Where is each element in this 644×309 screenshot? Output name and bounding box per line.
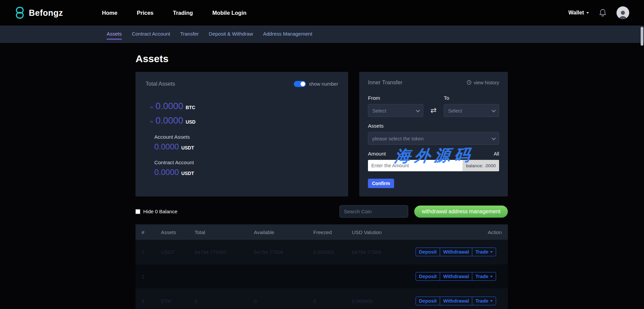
brand-name: Befongz — [29, 8, 63, 18]
search-coin-input[interactable] — [339, 205, 408, 218]
assets-table: # Assets Total Available Freezed USD Val… — [136, 224, 508, 309]
to-select[interactable]: Select — [444, 104, 499, 117]
cell-usd: 0.000000 — [352, 298, 416, 304]
trade-label: Trade — [475, 298, 488, 304]
to-label: To — [444, 95, 499, 101]
token-select[interactable]: please select the token — [368, 132, 499, 145]
user-avatar[interactable] — [616, 6, 629, 19]
confirm-button[interactable]: Confirm — [368, 179, 394, 188]
subnav-item-contract-account[interactable]: Contract Account — [132, 29, 170, 40]
chevron-down-icon — [416, 108, 420, 112]
brand[interactable]: Befongz — [15, 6, 63, 19]
to-select-placeholder: Select — [448, 108, 462, 114]
col-index: # — [142, 229, 161, 235]
cell-freezed: 0 — [313, 298, 352, 304]
trade-dropdown-button[interactable]: Trade — [472, 272, 496, 281]
deposit-button[interactable]: Deposit — [416, 272, 440, 281]
amount-label: Amount — [368, 151, 386, 157]
subnav-item-transfer[interactable]: Transfer — [180, 29, 199, 40]
account-assets-unit: USDT — [181, 145, 194, 150]
balance-chip: balance: .0000 — [463, 160, 499, 171]
col-action: Action — [416, 229, 508, 235]
assets-subnav: Assets Contract Account Transfer Deposit… — [0, 26, 644, 43]
total-assets-panel: Total Assets show number ≈ 0.0000 BTC ≈ … — [136, 72, 348, 196]
cell-asset: ETH — [161, 298, 195, 304]
from-label: From — [368, 95, 423, 101]
brand-logo-icon — [15, 6, 25, 19]
subnav-item-assets[interactable]: Assets — [107, 29, 122, 40]
table-row: 1 USDT 64794.775062 64794.77506 0.000002… — [136, 240, 508, 264]
nav-item-trading[interactable]: Trading — [173, 10, 193, 16]
contract-account-unit: USDT — [181, 171, 194, 176]
show-number-label: show number — [309, 81, 338, 87]
chevron-down-icon — [586, 12, 589, 14]
approx-sign: ≈ — [150, 119, 153, 125]
scrollbar-thumb[interactable] — [641, 27, 643, 46]
deposit-button[interactable]: Deposit — [416, 248, 440, 256]
btc-total-value: 0.0000 — [156, 101, 183, 112]
main-nav: Home Prices Trading Mobile Login — [102, 10, 247, 16]
withdrawal-button[interactable]: Withdrawal — [440, 297, 472, 305]
main-content: Assets Total Assets show number ≈ 0.0000… — [0, 53, 644, 309]
top-navbar: Befongz Home Prices Trading Mobile Login… — [0, 0, 644, 26]
col-assets: Assets — [161, 229, 195, 235]
notification-bell-icon[interactable] — [599, 9, 606, 17]
chevron-down-icon — [492, 108, 496, 112]
top-right-controls: Wallet — [568, 6, 629, 19]
chevron-down-icon — [490, 251, 493, 253]
amount-all-button[interactable]: All — [494, 151, 499, 157]
deposit-button[interactable]: Deposit — [416, 297, 440, 305]
nav-item-mobile-login[interactable]: Mobile Login — [212, 10, 247, 16]
swap-direction-icon[interactable]: ⇄ — [430, 106, 436, 115]
subnav-item-address-management[interactable]: Address Management — [263, 29, 312, 40]
from-select[interactable]: Select — [368, 104, 423, 117]
chevron-down-icon — [492, 136, 496, 140]
amount-input-wrap: balance: .0000 — [368, 160, 499, 171]
cell-asset: USDT — [161, 249, 195, 255]
hide-zero-checkbox[interactable] — [136, 209, 140, 214]
amount-input[interactable] — [368, 160, 463, 171]
trade-label: Trade — [475, 274, 488, 279]
withdrawal-address-management-button[interactable]: withdrawal address management — [414, 206, 508, 218]
person-icon — [618, 9, 628, 19]
cell-index: 1 — [142, 249, 161, 255]
wallet-label: Wallet — [568, 10, 584, 16]
hide-zero-label: Hide 0 Balance — [143, 209, 177, 214]
cell-index: 2 — [142, 274, 161, 279]
trade-dropdown-button[interactable]: Trade — [472, 248, 496, 256]
clock-icon — [467, 80, 472, 85]
col-total: Total — [195, 229, 254, 235]
cell-available: 64794.77506 — [254, 249, 313, 255]
cell-freezed: 0.000002 — [313, 249, 352, 255]
show-number-toggle[interactable] — [294, 81, 306, 87]
table-row: 3 ETH 0 0 0 0.000000 Deposit Withdrawal … — [136, 289, 508, 309]
cell-usd: 64794.77506 — [352, 249, 416, 255]
filter-bar: Hide 0 Balance withdrawal address manage… — [136, 205, 508, 218]
cell-index: 3 — [142, 298, 161, 304]
view-history-link[interactable]: view history — [467, 80, 499, 85]
table-row: 2 Deposit Withdrawal Trade — [136, 264, 508, 289]
btc-unit-label: BTC — [185, 105, 195, 110]
inner-transfer-title: Inner Transfer — [368, 79, 402, 86]
table-header-row: # Assets Total Available Freezed USD Val… — [136, 224, 508, 240]
cell-total: 64794.775062 — [195, 249, 254, 255]
btc-total-row: ≈ 0.0000 BTC — [150, 101, 338, 112]
withdrawal-button[interactable]: Withdrawal — [440, 248, 472, 256]
token-select-placeholder: please select the token — [372, 136, 424, 141]
subnav-item-deposit-withdraw[interactable]: Deposit & Withdraw — [209, 29, 253, 40]
account-assets-label: Account Assets — [154, 134, 338, 140]
contract-account-label: Contract Account — [154, 160, 338, 166]
from-select-placeholder: Select — [372, 108, 386, 114]
contract-account-value: 0.0000 — [154, 168, 179, 177]
withdrawal-button[interactable]: Withdrawal — [440, 272, 472, 281]
nav-item-prices[interactable]: Prices — [137, 10, 154, 16]
wallet-menu[interactable]: Wallet — [568, 10, 589, 16]
col-freezed: Freezed — [313, 229, 352, 235]
trade-label: Trade — [475, 249, 488, 255]
nav-item-home[interactable]: Home — [102, 10, 117, 16]
usd-unit-label: USD — [185, 119, 196, 125]
hide-zero-balance-checkbox-row[interactable]: Hide 0 Balance — [136, 209, 177, 214]
assets-label: Assets — [368, 123, 499, 129]
page-title: Assets — [136, 53, 644, 64]
trade-dropdown-button[interactable]: Trade — [472, 297, 496, 305]
